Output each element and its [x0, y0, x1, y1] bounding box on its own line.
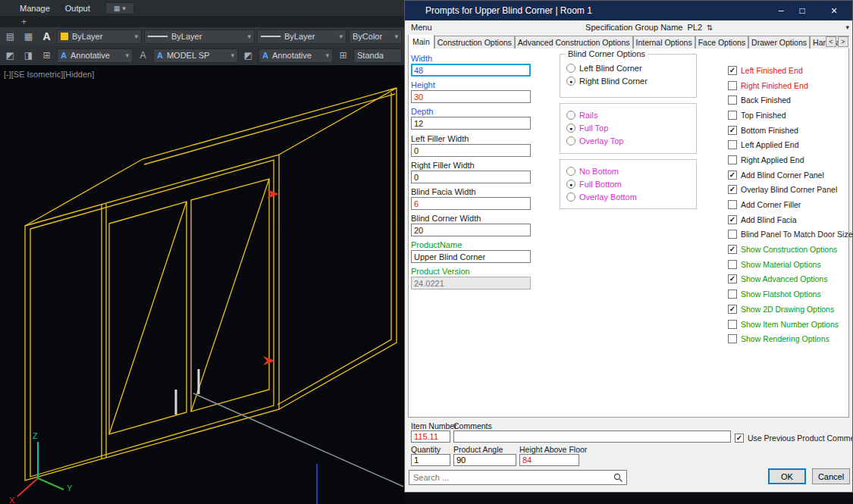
mleader-icon[interactable]: ◩	[240, 49, 256, 63]
checkbox-use-previous-product-comments[interactable]: ✓ Use Previous Product Comments	[735, 430, 853, 446]
checkbox-top-finished[interactable]: Top Finished	[728, 108, 852, 123]
spec-dropdown-caret-icon[interactable]: ▾	[845, 23, 849, 31]
left-filler-width-input[interactable]	[411, 144, 531, 157]
search-input[interactable]	[409, 470, 627, 485]
dim-tool-icon[interactable]: ◩	[2, 49, 18, 63]
mleader-style-combo[interactable]: Standa	[353, 49, 402, 63]
maximize-button[interactable]: □	[792, 1, 813, 20]
tab-scroll-right-icon[interactable]: >	[838, 36, 848, 47]
checkbox-show-rendering-options[interactable]: Show Rendering Options	[728, 331, 852, 346]
chevron-down-icon: ▾	[325, 52, 329, 59]
checkbox-icon	[728, 290, 737, 299]
lineweight-combo[interactable]: ByLayer ▾	[257, 30, 347, 44]
dim-style-combo[interactable]: A Annotative ▾	[57, 49, 133, 63]
ribbon-tab-output[interactable]: Output	[65, 4, 90, 13]
dim-update-icon[interactable]: ⊞	[39, 49, 55, 63]
close-button[interactable]: ×	[823, 1, 845, 20]
radio-full-bottom[interactable]: ● Full Bottom	[566, 180, 690, 189]
radio-overlay-top[interactable]: Overlay Top	[566, 136, 690, 146]
new-tab-button[interactable]: +	[21, 17, 27, 27]
cancel-button[interactable]: Cancel	[812, 468, 850, 484]
radio-full-top[interactable]: ● Full Top	[566, 124, 690, 133]
checkbox-add-blind-facia[interactable]: ✓ Add Blind Facia	[728, 212, 852, 227]
item-number-input[interactable]	[411, 430, 450, 443]
chevron-down-icon: ▾	[339, 33, 343, 40]
top-options-group: Rails ● Full Top Overlay Top	[560, 103, 697, 154]
tab-main[interactable]: Main	[408, 35, 434, 49]
tab-scroll-left-icon[interactable]: <	[826, 36, 836, 47]
checkbox-show-flatshot-options[interactable]: Show Flatshot Options	[728, 286, 852, 302]
media-icon: ▦	[114, 5, 121, 12]
field-height: Height	[411, 80, 531, 103]
tab-advanced-construction-options[interactable]: Advanced Construction Options	[515, 36, 633, 49]
minimize-button[interactable]: –	[770, 1, 792, 20]
checkbox-add-corner-filler[interactable]: Add Corner Filler	[728, 197, 852, 212]
checkbox-right-applied-end[interactable]: Right Applied End	[728, 152, 852, 167]
quantity-input[interactable]	[411, 454, 450, 466]
blind-corner-width-input[interactable]	[411, 224, 531, 236]
checkbox-icon: ✓	[728, 245, 737, 254]
tab-scroll-buttons: < >	[826, 36, 848, 47]
tab-internal-options[interactable]: Internal Options	[633, 36, 695, 49]
left-filler-width-label: Left Filler Width	[411, 134, 531, 144]
height-input[interactable]	[411, 90, 531, 103]
radio-left-blind-corner[interactable]: Left Blind Corner	[566, 64, 690, 73]
checkbox-back-finished[interactable]: Back Finished	[728, 92, 852, 108]
blind-facia-width-input[interactable]	[411, 197, 531, 210]
chevron-down-icon: ▾	[394, 33, 398, 40]
radio-rails[interactable]: Rails	[566, 111, 690, 120]
model-viewport[interactable]: [-][SE Isometric][Hidden]	[0, 65, 404, 504]
text-style-icon[interactable]: A	[135, 49, 151, 63]
checkbox-right-finished-end[interactable]: Right Finished End	[728, 78, 852, 93]
checkbox-left-applied-end[interactable]: Left Applied End	[728, 137, 852, 152]
width-input[interactable]	[411, 64, 531, 77]
checkbox-show-material-options[interactable]: Show Material Options	[728, 257, 852, 272]
tab-drawer-options[interactable]: Drawer Options	[748, 36, 810, 49]
checkbox-show-construction-options[interactable]: ✓ Show Construction Options	[728, 242, 852, 257]
text-tool-icon[interactable]: A	[39, 30, 55, 44]
table-style-combo[interactable]: A Annotative ▾	[259, 49, 333, 63]
right-filler-width-input[interactable]	[411, 171, 531, 183]
media-dropdown-button[interactable]: ▦ ▾	[105, 2, 134, 14]
checkbox-add-blind-corner-panel[interactable]: ✓ Add Blind Corner Panel	[728, 167, 852, 183]
tab-construction-options[interactable]: Construction Options	[434, 36, 515, 49]
checkbox-blind-panel-to-match-door-size[interactable]: Blind Panel To Match Door Size	[728, 227, 852, 243]
depth-input[interactable]	[411, 117, 531, 130]
tab-face-options[interactable]: Face Options	[695, 36, 748, 49]
checkbox-show-advanced-options[interactable]: ✓ Show Advanced Options	[728, 272, 852, 287]
radio-right-blind-corner[interactable]: ● Right Blind Corner	[566, 77, 690, 86]
checkbox-show-item-number-options[interactable]: Show Item Number Options	[728, 317, 852, 332]
height-above-floor-input[interactable]	[519, 454, 579, 466]
product-name-input[interactable]	[411, 250, 531, 263]
checkbox-overlay-blind-corner-panel[interactable]: ✓ Overlay Blind Corner Panel	[728, 183, 852, 198]
linetype-combo[interactable]: ByLayer ▾	[144, 30, 255, 44]
comments-label: Comments	[453, 421, 492, 430]
cabinet-wireframe[interactable]: Z X Y	[0, 65, 404, 504]
radio-no-bottom[interactable]: No Bottom	[566, 167, 690, 176]
checkbox-left-finished-end[interactable]: ✓ Left Finished End	[728, 63, 852, 78]
ok-button[interactable]: OK	[768, 468, 806, 484]
comments-input[interactable]	[453, 430, 731, 443]
product-angle-input[interactable]	[453, 454, 516, 466]
spec-group-value[interactable]: PL2	[688, 23, 703, 32]
object-color-combo[interactable]: ByLayer ▾	[57, 30, 142, 44]
menu-item-menu[interactable]: Menu	[411, 23, 432, 32]
layer-sheet-icon[interactable]: ▤	[2, 30, 18, 44]
checkbox-bottom-finished[interactable]: ✓ Bottom Finished	[728, 123, 852, 138]
radio-overlay-bottom[interactable]: Overlay Bottom	[566, 193, 690, 202]
bottom-options-group: No Bottom ● Full Bottom Overlay Bottom	[560, 159, 697, 209]
layer-grid-icon[interactable]: ▦	[20, 30, 36, 44]
construction-line[interactable]	[193, 393, 403, 487]
radio-icon	[566, 193, 575, 202]
object-color-value: ByLayer	[72, 32, 102, 41]
dim-edit-icon[interactable]: ◨	[20, 49, 36, 63]
sort-icon[interactable]: ⇅	[707, 23, 713, 32]
checkbox-show-2d-drawing-options[interactable]: ✓ Show 2D Drawing Options	[728, 302, 852, 317]
ribbon-tab-manage[interactable]: Manage	[20, 4, 50, 13]
checkbox-icon: ✓	[728, 171, 737, 180]
plot-style-combo[interactable]: ByColor ▾	[349, 30, 402, 44]
chevron-down-icon: ▾	[122, 5, 126, 12]
spec-group-label: Specification Group Name	[585, 23, 682, 32]
text-style-combo[interactable]: A MODEL SP ▾	[153, 49, 238, 63]
table-icon[interactable]: ⊞	[335, 49, 351, 63]
